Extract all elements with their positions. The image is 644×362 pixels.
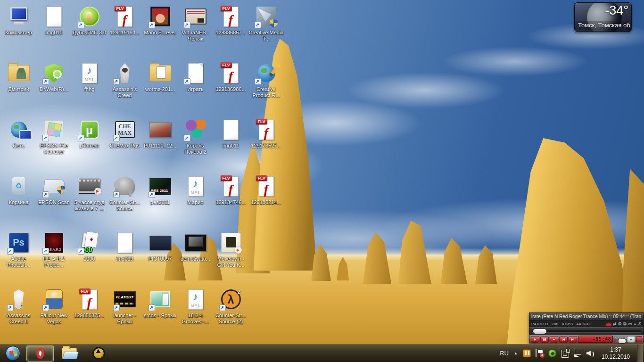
shortcut-arrow-overlay [42,304,49,311]
show-hidden-icons-caret[interactable]: ▲ [514,351,518,355]
recycle-bin-icon [12,177,26,196]
desktop-icon[interactable]: Dr.Web(R)... [36,59,72,116]
aimp-player[interactable]: irate (Pete N Red Roger Trance Mix) :: 0… [529,313,644,343]
weather-gadget[interactable]: -34° Томск, Томская об... [574,2,632,32]
image-white-icon [47,7,62,27]
player-title-bar[interactable]: irate (Pete N Red Roger Trance Mix) :: 0… [529,313,644,321]
desktop-icon[interactable]: 1000 [72,229,107,286]
desktop-icon-image [149,288,172,311]
desktop-icon[interactable]: img011 [213,116,248,173]
desktop-icon[interactable]: Adobe Photosh... [1,229,36,286]
desktop-icon-label: CheMax Rus [107,143,142,149]
settings-icon[interactable]: ⚙ [618,322,622,326]
desktop-icon[interactable]: img009 [107,229,142,286]
desktop-icon[interactable]: Creative Product R... [248,59,284,116]
network-icon[interactable] [574,349,582,357]
desktop-icon[interactable]: worms-201... [142,59,178,116]
desktop-icon[interactable]: demotivato... [178,229,213,286]
video-icon [79,179,100,194]
desktop-icon[interactable]: Movetown - Girl You K... [213,229,248,286]
language-indicator[interactable]: RU [500,350,509,357]
player-corner-button[interactable] [636,336,642,342]
taskbar-app-aimp[interactable] [85,346,112,362]
eject-button[interactable]: ▲ [627,336,635,343]
desktop[interactable]: Компьютерimg010ДубльГИС 3.0129119194...M… [0,0,644,362]
shuffle-icon[interactable]: ⇄ [613,322,617,326]
desktop-icon[interactable]: ДубльГИС 3.0 [72,3,107,59]
next-button[interactable]: ▶| [569,336,577,343]
desktop-icon[interactable]: 129119194... [107,3,142,59]
volume-thumb[interactable] [619,339,626,343]
pause-button[interactable]: ▮▮ [540,336,549,343]
desktop-icon[interactable]: 18-2-4 Grooves--... [178,286,213,342]
start-button[interactable] [0,345,25,362]
progress-thumb[interactable] [533,329,546,334]
desktop-icon[interactable]: EPSON File Manager [36,116,72,173]
player-progress-bar[interactable] [529,327,644,335]
play-button[interactable]: ▶ [531,336,539,343]
desktop-icon[interactable]: Mario Forever [142,3,178,59]
removable-device-icon[interactable] [561,350,569,358]
desktop-icon[interactable]: Марио [178,173,213,229]
desktop-icon[interactable]: Корзина [1,173,36,229]
desktop-icon-image [219,118,243,141]
desktop-icon[interactable]: F.E.A.R.2 Projec... [36,229,72,286]
desktop-icon-image [113,61,137,85]
desktop-icon[interactable]: P011110_12... [142,116,178,173]
taskbar-app-explorer[interactable] [56,346,83,362]
desktop-icon-label: 129050375... [72,313,107,319]
desktop-icon[interactable]: 129050375... [72,286,107,342]
desktop-icon-label: launcher - Ярлык [107,313,142,325]
desktop-icon[interactable]: Компьютер [1,3,36,59]
photo-demo-icon [185,234,206,251]
desktop-icon[interactable]: img010 [36,3,72,59]
desktop-icon[interactable]: Сеть [1,116,36,173]
desktop-icon[interactable]: Играть [178,59,213,116]
player-time-display[interactable]: ♪-05:48 [578,336,613,343]
shortcut-arrow-overlay [42,191,49,198]
stop-button[interactable]: ■ [550,336,558,343]
progress-track[interactable] [532,330,641,332]
clock[interactable]: 1:37 10.12.2010 [600,346,632,361]
desktop-icon-label: img010 [36,30,72,36]
volume-track[interactable] [615,340,625,342]
drweb-antivirus-icon[interactable] [548,349,556,357]
desktop-icon[interactable]: VirtuaNES - Ярлык [178,3,213,59]
desktop-icon[interactable]: 129134746... [213,173,248,229]
desktop-icon[interactable]: 129173527... [248,116,284,173]
desktop-icon[interactable]: Counter-Str... Source [107,173,142,229]
action-center-flag-icon[interactable] [536,349,544,357]
close-icon[interactable]: ✗ [638,322,642,326]
taskbar-app-opera[interactable] [26,346,54,362]
desktop-icon[interactable]: EPSON Scan [36,173,72,229]
desktop-icon[interactable]: srcds - Ярлык [142,286,178,342]
previous-button[interactable]: |◀ [559,336,568,343]
windows-orb-icon [6,346,20,361]
desktop-icon[interactable]: Король Покера 2 [178,116,213,173]
aimp-paused-icon[interactable] [523,349,531,357]
desktop-icon[interactable]: Assassins Creed II [1,286,36,342]
playlist-icon[interactable]: ⧉ [623,322,627,326]
desktop-icon[interactable]: Assassin's Creed [107,59,142,116]
desktop-icon[interactable]: 129136986... [213,59,248,116]
desktop-icon[interactable]: 5 часов студ жизни в 7 ... [72,173,107,229]
show-desktop-button[interactable] [637,345,643,362]
desktop-icon[interactable]: Fallout New Vegas [36,286,72,342]
desktop-icon[interactable]: pes2011 [142,173,178,229]
desktop-icon[interactable]: PICT0097 [142,229,178,286]
window-icon[interactable]: ▭ [628,322,632,326]
desktop-icon[interactable]: Counter-Str... Source (2) [213,286,248,342]
desktop-icon-label: Creative Media T... [248,30,284,42]
desktop-icon[interactable]: launcher - Ярлык [107,286,142,342]
equalizer-icon[interactable]: ≡ [634,322,636,326]
volume-icon[interactable] [586,349,594,357]
desktop-icon-image [184,174,207,198]
desktop-icon[interactable]: Creative Media T... [248,3,284,59]
shortcut-arrow-overlay [184,22,190,28]
desktop-icon[interactable]: 129180214... [248,173,284,229]
desktop-icon[interactable]: Дмитрий [1,59,36,116]
desktop-icon[interactable]: fhhg [72,59,107,116]
desktop-icon[interactable]: µTorrent [72,116,107,173]
desktop-icon[interactable]: CheMax Rus [107,116,142,173]
desktop-icon[interactable]: 128886857... [213,3,248,59]
